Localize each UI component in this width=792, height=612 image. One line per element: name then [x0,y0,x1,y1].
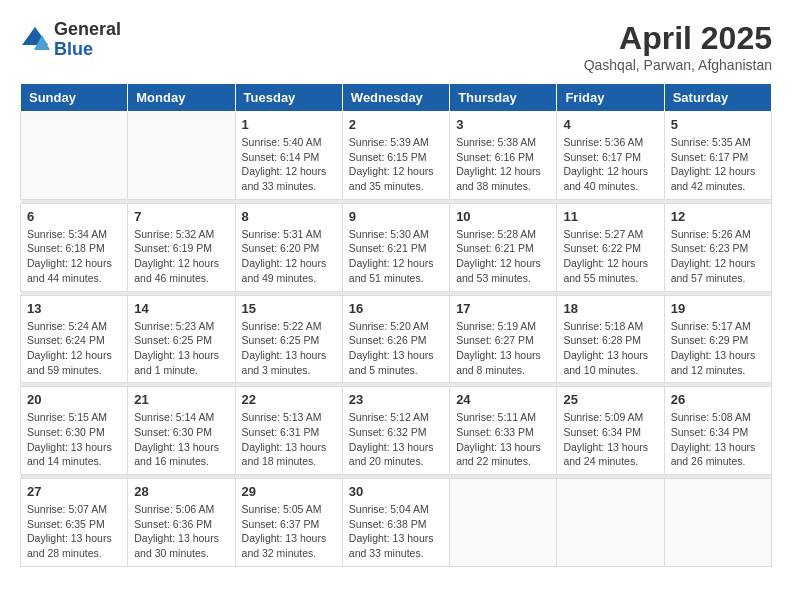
calendar-cell: 13Sunrise: 5:24 AM Sunset: 6:24 PM Dayli… [21,295,128,383]
logo: General Blue [20,20,121,60]
day-number: 7 [134,209,228,224]
calendar-cell [128,112,235,200]
calendar-cell: 19Sunrise: 5:17 AM Sunset: 6:29 PM Dayli… [664,295,771,383]
weekday-header-row: SundayMondayTuesdayWednesdayThursdayFrid… [21,84,772,112]
calendar-cell: 1Sunrise: 5:40 AM Sunset: 6:14 PM Daylig… [235,112,342,200]
day-number: 23 [349,392,443,407]
day-info: Sunrise: 5:26 AM Sunset: 6:23 PM Dayligh… [671,227,765,286]
day-number: 26 [671,392,765,407]
day-info: Sunrise: 5:22 AM Sunset: 6:25 PM Dayligh… [242,319,336,378]
calendar-cell: 3Sunrise: 5:38 AM Sunset: 6:16 PM Daylig… [450,112,557,200]
calendar-cell: 10Sunrise: 5:28 AM Sunset: 6:21 PM Dayli… [450,203,557,291]
page-header: General Blue April 2025 Qashqal, Parwan,… [20,20,772,73]
weekday-header-monday: Monday [128,84,235,112]
day-info: Sunrise: 5:36 AM Sunset: 6:17 PM Dayligh… [563,135,657,194]
day-info: Sunrise: 5:06 AM Sunset: 6:36 PM Dayligh… [134,502,228,561]
day-info: Sunrise: 5:40 AM Sunset: 6:14 PM Dayligh… [242,135,336,194]
logo-blue: Blue [54,40,121,60]
day-number: 16 [349,301,443,316]
calendar-cell: 5Sunrise: 5:35 AM Sunset: 6:17 PM Daylig… [664,112,771,200]
week-row-5: 27Sunrise: 5:07 AM Sunset: 6:35 PM Dayli… [21,479,772,567]
day-info: Sunrise: 5:13 AM Sunset: 6:31 PM Dayligh… [242,410,336,469]
calendar-cell: 9Sunrise: 5:30 AM Sunset: 6:21 PM Daylig… [342,203,449,291]
logo-general: General [54,20,121,40]
calendar-cell: 11Sunrise: 5:27 AM Sunset: 6:22 PM Dayli… [557,203,664,291]
calendar-cell: 23Sunrise: 5:12 AM Sunset: 6:32 PM Dayli… [342,387,449,475]
calendar-cell [450,479,557,567]
logo-icon [20,25,50,55]
calendar-cell: 29Sunrise: 5:05 AM Sunset: 6:37 PM Dayli… [235,479,342,567]
day-info: Sunrise: 5:30 AM Sunset: 6:21 PM Dayligh… [349,227,443,286]
calendar-table: SundayMondayTuesdayWednesdayThursdayFrid… [20,83,772,567]
calendar-cell: 4Sunrise: 5:36 AM Sunset: 6:17 PM Daylig… [557,112,664,200]
calendar-cell: 8Sunrise: 5:31 AM Sunset: 6:20 PM Daylig… [235,203,342,291]
day-info: Sunrise: 5:31 AM Sunset: 6:20 PM Dayligh… [242,227,336,286]
day-info: Sunrise: 5:05 AM Sunset: 6:37 PM Dayligh… [242,502,336,561]
week-row-2: 6Sunrise: 5:34 AM Sunset: 6:18 PM Daylig… [21,203,772,291]
day-info: Sunrise: 5:04 AM Sunset: 6:38 PM Dayligh… [349,502,443,561]
day-number: 15 [242,301,336,316]
day-number: 6 [27,209,121,224]
day-number: 10 [456,209,550,224]
day-number: 12 [671,209,765,224]
week-row-3: 13Sunrise: 5:24 AM Sunset: 6:24 PM Dayli… [21,295,772,383]
day-number: 2 [349,117,443,132]
day-info: Sunrise: 5:09 AM Sunset: 6:34 PM Dayligh… [563,410,657,469]
calendar-cell: 27Sunrise: 5:07 AM Sunset: 6:35 PM Dayli… [21,479,128,567]
day-number: 27 [27,484,121,499]
weekday-header-friday: Friday [557,84,664,112]
calendar-cell: 15Sunrise: 5:22 AM Sunset: 6:25 PM Dayli… [235,295,342,383]
day-number: 22 [242,392,336,407]
calendar-cell: 22Sunrise: 5:13 AM Sunset: 6:31 PM Dayli… [235,387,342,475]
week-row-4: 20Sunrise: 5:15 AM Sunset: 6:30 PM Dayli… [21,387,772,475]
calendar-cell: 12Sunrise: 5:26 AM Sunset: 6:23 PM Dayli… [664,203,771,291]
day-info: Sunrise: 5:34 AM Sunset: 6:18 PM Dayligh… [27,227,121,286]
calendar-cell: 24Sunrise: 5:11 AM Sunset: 6:33 PM Dayli… [450,387,557,475]
calendar-cell: 20Sunrise: 5:15 AM Sunset: 6:30 PM Dayli… [21,387,128,475]
calendar-cell: 7Sunrise: 5:32 AM Sunset: 6:19 PM Daylig… [128,203,235,291]
day-info: Sunrise: 5:08 AM Sunset: 6:34 PM Dayligh… [671,410,765,469]
weekday-header-sunday: Sunday [21,84,128,112]
calendar-cell: 2Sunrise: 5:39 AM Sunset: 6:15 PM Daylig… [342,112,449,200]
day-info: Sunrise: 5:32 AM Sunset: 6:19 PM Dayligh… [134,227,228,286]
day-info: Sunrise: 5:18 AM Sunset: 6:28 PM Dayligh… [563,319,657,378]
day-info: Sunrise: 5:12 AM Sunset: 6:32 PM Dayligh… [349,410,443,469]
day-number: 14 [134,301,228,316]
day-info: Sunrise: 5:24 AM Sunset: 6:24 PM Dayligh… [27,319,121,378]
calendar-cell: 18Sunrise: 5:18 AM Sunset: 6:28 PM Dayli… [557,295,664,383]
day-info: Sunrise: 5:27 AM Sunset: 6:22 PM Dayligh… [563,227,657,286]
weekday-header-tuesday: Tuesday [235,84,342,112]
weekday-header-thursday: Thursday [450,84,557,112]
calendar-cell: 26Sunrise: 5:08 AM Sunset: 6:34 PM Dayli… [664,387,771,475]
day-info: Sunrise: 5:17 AM Sunset: 6:29 PM Dayligh… [671,319,765,378]
day-number: 17 [456,301,550,316]
calendar-cell: 14Sunrise: 5:23 AM Sunset: 6:25 PM Dayli… [128,295,235,383]
day-number: 8 [242,209,336,224]
day-number: 18 [563,301,657,316]
day-number: 20 [27,392,121,407]
day-number: 28 [134,484,228,499]
day-number: 24 [456,392,550,407]
day-number: 19 [671,301,765,316]
calendar-cell [21,112,128,200]
day-number: 13 [27,301,121,316]
calendar-cell [664,479,771,567]
day-info: Sunrise: 5:07 AM Sunset: 6:35 PM Dayligh… [27,502,121,561]
logo-text: General Blue [54,20,121,60]
day-number: 5 [671,117,765,132]
day-info: Sunrise: 5:38 AM Sunset: 6:16 PM Dayligh… [456,135,550,194]
day-info: Sunrise: 5:28 AM Sunset: 6:21 PM Dayligh… [456,227,550,286]
day-number: 4 [563,117,657,132]
day-info: Sunrise: 5:35 AM Sunset: 6:17 PM Dayligh… [671,135,765,194]
day-number: 3 [456,117,550,132]
calendar-cell: 17Sunrise: 5:19 AM Sunset: 6:27 PM Dayli… [450,295,557,383]
day-info: Sunrise: 5:11 AM Sunset: 6:33 PM Dayligh… [456,410,550,469]
day-number: 25 [563,392,657,407]
weekday-header-saturday: Saturday [664,84,771,112]
calendar-cell [557,479,664,567]
day-info: Sunrise: 5:15 AM Sunset: 6:30 PM Dayligh… [27,410,121,469]
calendar-cell: 25Sunrise: 5:09 AM Sunset: 6:34 PM Dayli… [557,387,664,475]
calendar-cell: 28Sunrise: 5:06 AM Sunset: 6:36 PM Dayli… [128,479,235,567]
calendar-cell: 21Sunrise: 5:14 AM Sunset: 6:30 PM Dayli… [128,387,235,475]
day-number: 30 [349,484,443,499]
